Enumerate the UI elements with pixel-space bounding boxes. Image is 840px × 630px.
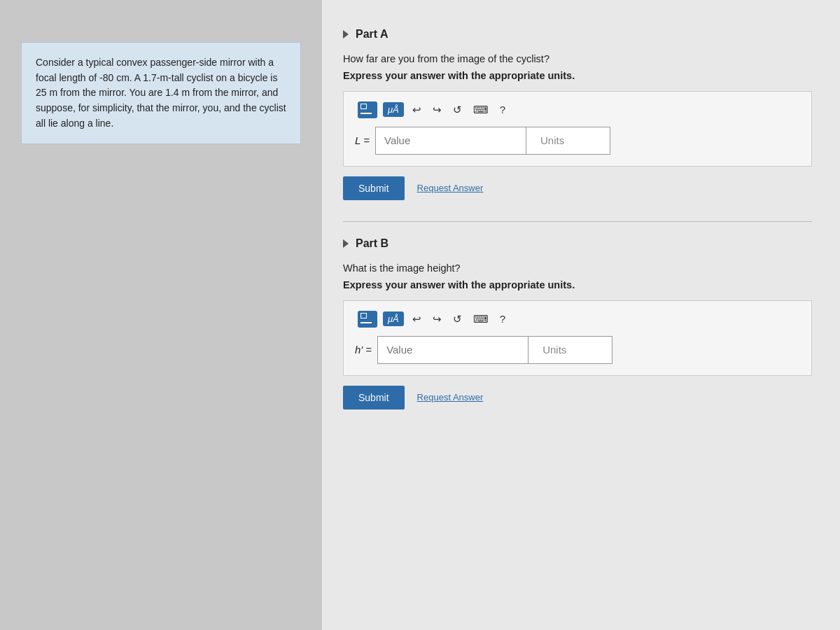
part-a-answer-box: μÅ ↩ ↪ ↺ ⌨ ? L = Units — [343, 91, 812, 167]
keyboard-button-a[interactable]: ⌨ — [470, 102, 491, 118]
part-a-value-input[interactable] — [375, 127, 526, 155]
part-a-section: Part A How far are you from the image of… — [343, 28, 812, 200]
part-a-units-label: Units — [540, 134, 564, 146]
part-b-value-input[interactable] — [377, 336, 528, 364]
part-b-submit-button[interactable]: Submit — [343, 386, 405, 410]
fraction-icon-b[interactable] — [358, 311, 377, 328]
part-a-request-answer-link[interactable]: Request Answer — [417, 183, 484, 193]
section-divider — [343, 221, 812, 222]
collapse-icon-b[interactable] — [343, 239, 349, 248]
part-b-action-row: Submit Request Answer — [343, 386, 812, 410]
part-a-units-box: Units — [526, 127, 610, 155]
redo-button-a[interactable]: ↪ — [430, 102, 444, 118]
problem-text: Consider a typical convex passenger-side… — [36, 57, 286, 129]
refresh-button-b[interactable]: ↺ — [450, 312, 465, 327]
fraction-icon-a[interactable] — [358, 102, 377, 118]
part-a-toolbar: μÅ ↩ ↪ ↺ ⌨ ? — [355, 102, 800, 118]
refresh-button-a[interactable]: ↺ — [450, 102, 465, 118]
undo-button-b[interactable]: ↩ — [410, 312, 424, 327]
part-a-input-row: L = Units — [355, 127, 800, 155]
help-button-a[interactable]: ? — [497, 102, 508, 117]
keyboard-button-b[interactable]: ⌨ — [470, 312, 491, 327]
mu-button-a[interactable]: μÅ — [383, 102, 404, 117]
part-a-submit-button[interactable]: Submit — [343, 176, 405, 200]
part-a-title: Part A — [356, 28, 388, 41]
part-b-section: Part B What is the image height? Express… — [343, 237, 812, 410]
part-a-label: L = — [355, 134, 370, 146]
part-b-units-box: Units — [528, 336, 612, 364]
mu-button-b[interactable]: μÅ — [383, 312, 404, 326]
part-a-header: Part A — [343, 28, 812, 41]
part-a-action-row: Submit Request Answer — [343, 176, 812, 200]
part-b-input-row: h' = Units — [355, 336, 800, 364]
part-a-question: How far are you from the image of the cy… — [343, 52, 812, 67]
redo-button-b[interactable]: ↪ — [430, 312, 444, 327]
undo-button-a[interactable]: ↩ — [410, 102, 424, 118]
part-b-question: What is the image height? — [343, 261, 812, 276]
part-b-header: Part B — [343, 237, 812, 250]
right-panel: Part A How far are you from the image of… — [322, 0, 840, 630]
part-b-request-answer-link[interactable]: Request Answer — [417, 392, 484, 402]
help-button-b[interactable]: ? — [497, 312, 508, 326]
left-panel: Consider a typical convex passenger-side… — [0, 0, 322, 630]
part-b-units-label: Units — [542, 344, 566, 356]
part-a-express: Express your answer with the appropriate… — [343, 70, 812, 81]
part-b-title: Part B — [356, 237, 388, 250]
problem-box: Consider a typical convex passenger-side… — [21, 42, 301, 144]
collapse-icon-a[interactable] — [343, 30, 349, 38]
part-b-label: h' = — [355, 344, 372, 356]
part-b-express: Express your answer with the appropriate… — [343, 279, 812, 290]
part-b-answer-box: μÅ ↩ ↪ ↺ ⌨ ? h' = Units — [343, 300, 812, 376]
part-b-toolbar: μÅ ↩ ↪ ↺ ⌨ ? — [355, 311, 800, 328]
